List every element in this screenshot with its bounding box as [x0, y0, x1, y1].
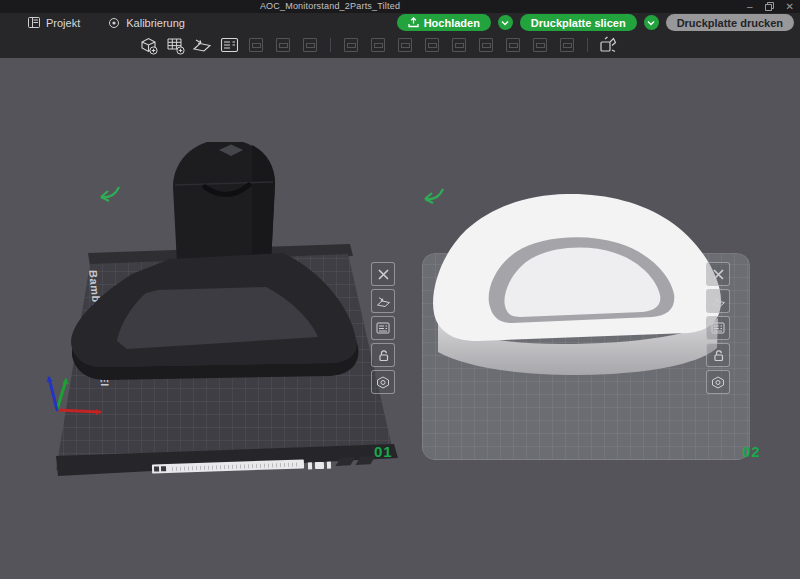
slice-plate-button[interactable]: Druckplatte slicen: [520, 14, 637, 31]
build-plate-2[interactable]: [422, 253, 750, 460]
slice-dropdown-button[interactable]: [644, 15, 659, 30]
viewport-3d[interactable]: Bambu Textured PEI: [0, 58, 800, 579]
object-list-icon[interactable]: [219, 35, 239, 55]
menu-item-label: Kalibrierung: [126, 17, 185, 29]
add-model-icon[interactable]: [138, 35, 158, 55]
redo-icon[interactable]: [273, 35, 293, 55]
scale-icon[interactable]: [395, 35, 415, 55]
undo-icon[interactable]: [246, 35, 266, 55]
plate-number-1[interactable]: 01: [374, 443, 393, 460]
text-tool-icon[interactable]: [557, 35, 577, 55]
seam-paint-icon[interactable]: [530, 35, 550, 55]
mirror-icon[interactable]: [422, 35, 442, 55]
plate-name-icon[interactable]: [706, 370, 730, 394]
lock-plate-icon[interactable]: [371, 343, 395, 367]
qr-code-icon: [154, 466, 159, 471]
menu-item-kalibrierung[interactable]: Kalibrierung: [108, 17, 185, 29]
split-part-icon[interactable]: [476, 35, 496, 55]
menu-item-projekt[interactable]: Projekt: [28, 17, 80, 29]
lock-plate-icon[interactable]: [706, 343, 730, 367]
plate-settings-icon[interactable]: [706, 316, 730, 340]
window-title: AOC_Monitorstand_2Parts_Tilted: [250, 1, 410, 11]
assembly-view-icon[interactable]: [598, 35, 618, 55]
barcode-lines: [172, 462, 300, 470]
upload-icon: [408, 17, 419, 28]
plate-2-toolbar: [706, 262, 730, 394]
plate-corner-hatch: [338, 456, 373, 466]
plate-settings-icon[interactable]: [371, 316, 395, 340]
chevron-down-icon: [647, 20, 655, 26]
toolbar-separator: [587, 38, 588, 52]
menu-item-label: Projekt: [46, 17, 80, 29]
menubar: Projekt Kalibrierung Hochladen Druckplat…: [0, 13, 800, 32]
minimize-icon[interactable]: –: [747, 0, 753, 13]
arrange-plate-icon[interactable]: [371, 289, 395, 313]
add-plate-icon[interactable]: [165, 35, 185, 55]
project-icon: [28, 17, 40, 28]
plate-name-icon[interactable]: [371, 370, 395, 394]
split-object-icon[interactable]: [449, 35, 469, 55]
bambu-studio-window: AOC_Monitorstand_2Parts_Tilted – ✕ Proje…: [0, 0, 800, 579]
chevron-down-icon: [501, 20, 509, 26]
rotate-icon[interactable]: [368, 35, 388, 55]
print-plate-button[interactable]: Druckplatte drucken: [666, 14, 794, 31]
support-paint-icon[interactable]: [503, 35, 523, 55]
toolbar-separator: [330, 38, 331, 52]
upload-button[interactable]: Hochladen: [397, 14, 491, 31]
plate-1-edit-arrow-icon[interactable]: [101, 187, 119, 201]
plate-number-2[interactable]: 02: [742, 443, 761, 460]
window-controls: – ✕: [747, 0, 794, 13]
plate-1-toolbar: [371, 262, 395, 394]
move-icon[interactable]: [341, 35, 361, 55]
delete-plate-icon[interactable]: [706, 262, 730, 286]
toolbar: [0, 32, 800, 58]
close-icon[interactable]: ✕: [786, 0, 794, 13]
action-buttons: Hochladen Druckplatte slicen Druckplatte…: [397, 14, 794, 31]
upload-dropdown-button[interactable]: [498, 15, 513, 30]
qr-code-icon: [161, 466, 166, 471]
plate-front-glyphs: [308, 462, 331, 470]
plate-2-edit-arrow-icon[interactable]: [425, 189, 443, 203]
restore-icon[interactable]: [765, 2, 774, 11]
delete-plate-icon[interactable]: [371, 262, 395, 286]
titlebar: AOC_Monitorstand_2Parts_Tilted – ✕: [0, 0, 800, 13]
calibration-target-icon: [108, 17, 120, 29]
arrange-icon[interactable]: [192, 35, 212, 55]
arrange-plate-icon[interactable]: [706, 289, 730, 313]
clone-icon[interactable]: [300, 35, 320, 55]
